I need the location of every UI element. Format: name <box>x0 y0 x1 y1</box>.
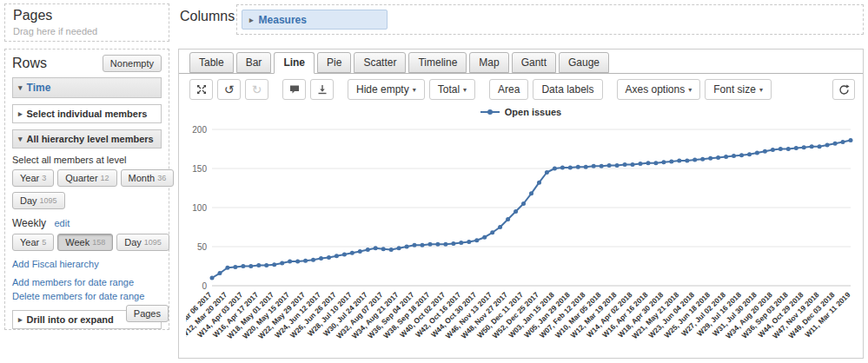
line-chart: 050100150200Mar 06 2017W12, Mar 20 2017W… <box>186 121 857 357</box>
tab-pie[interactable]: Pie <box>317 52 351 73</box>
select-all-at-level-text: Select all members at level <box>12 155 162 165</box>
fullscreen-icon <box>196 84 207 95</box>
pages-drop-hint: Drag here if needed <box>13 26 161 36</box>
refresh-button[interactable] <box>832 79 855 100</box>
legend-marker-icon <box>480 108 500 116</box>
caret-down-icon: ▾ <box>463 86 467 94</box>
add-fiscal-hierarchy-link[interactable]: Add Fiscal hierarchy <box>12 259 162 269</box>
tab-timeline[interactable]: Timeline <box>408 52 467 73</box>
redo-icon: ↻ <box>252 83 262 96</box>
download-icon <box>317 84 328 95</box>
measures-chip-label: Measures <box>259 14 307 26</box>
fullscreen-button[interactable] <box>189 79 213 100</box>
weekly-week-button[interactable]: Week 158 <box>57 234 113 251</box>
pages-button[interactable]: Pages <box>126 305 169 322</box>
level-month-button[interactable]: Month 36 <box>121 169 175 187</box>
tab-gauge[interactable]: Gauge <box>559 52 609 73</box>
comment-button[interactable] <box>282 79 306 100</box>
svg-text:100: 100 <box>192 203 207 213</box>
redo-button[interactable]: ↻ <box>245 79 268 100</box>
legend-series-label: Open issues <box>505 107 561 117</box>
caret-down-icon: ▾ <box>759 86 763 94</box>
undo-button[interactable]: ↺ <box>217 79 241 100</box>
columns-title: Columns <box>180 9 235 24</box>
area-button[interactable]: Area <box>489 79 528 100</box>
chart-panel: Table Bar Line Pie Scatter Timeline Map … <box>178 49 864 359</box>
undo-icon: ↺ <box>224 83 235 96</box>
axes-options-button[interactable]: Axes options ▾ <box>617 79 701 100</box>
weekly-day-button[interactable]: Day 1095 <box>116 234 169 251</box>
level-year-button[interactable]: Year 3 <box>12 169 54 187</box>
refresh-icon <box>838 84 850 96</box>
tab-map[interactable]: Map <box>469 52 508 73</box>
columns-dropzone: ▸ Measures <box>236 4 864 35</box>
hide-empty-button[interactable]: Hide empty ▾ <box>348 79 425 100</box>
svg-text:50: 50 <box>197 242 208 252</box>
chevron-down-icon: ▾ <box>18 135 23 143</box>
comment-icon <box>289 84 300 95</box>
chart-toolbar: ↺ ↻ Hide empty ▾ Total ▾ <box>189 79 772 100</box>
weekly-edit-link[interactable]: edit <box>54 218 70 228</box>
total-button[interactable]: Total ▾ <box>429 79 475 100</box>
export-button[interactable] <box>310 79 334 100</box>
tab-bar[interactable]: Bar <box>236 52 272 73</box>
svg-text:200: 200 <box>192 125 207 135</box>
pages-title: Pages <box>13 8 161 23</box>
chart-type-tabs: Table Bar Line Pie Scatter Timeline Map … <box>179 50 863 74</box>
font-size-button[interactable]: Font size ▾ <box>705 79 772 100</box>
chevron-down-icon: ▾ <box>18 83 23 92</box>
rows-title: Rows <box>12 56 47 71</box>
time-dimension-label: Time <box>27 82 51 94</box>
pages-panel: Pages Drag here if needed <box>4 3 169 42</box>
select-individual-members-section[interactable]: ▸ Select individual members <box>12 104 162 123</box>
data-labels-button[interactable]: Data labels <box>533 79 602 100</box>
svg-text:0: 0 <box>202 281 207 291</box>
add-members-date-range-link[interactable]: Add members for date range <box>12 277 162 287</box>
caret-down-icon: ▾ <box>413 86 416 94</box>
svg-text:150: 150 <box>192 164 207 174</box>
level-quarter-button[interactable]: Quarter 12 <box>57 169 116 187</box>
tab-table[interactable]: Table <box>189 52 234 73</box>
delete-members-date-range-link[interactable]: Delete members for date range <box>12 291 162 301</box>
rows-panel: Rows Nonempty ▾ Time ▸ Select individual… <box>4 49 169 330</box>
chart-legend[interactable]: Open issues <box>179 107 863 117</box>
time-dimension-header[interactable]: ▾ Time <box>12 77 162 98</box>
measures-chip[interactable]: ▸ Measures <box>242 10 388 30</box>
nonempty-button[interactable]: Nonempty <box>103 55 162 72</box>
all-hierarchy-members-section[interactable]: ▾ All hierarchy level members <box>12 129 162 148</box>
chevron-right-icon: ▸ <box>18 109 23 118</box>
tab-scatter[interactable]: Scatter <box>354 52 406 73</box>
tab-line[interactable]: Line <box>274 52 315 74</box>
weekly-year-button[interactable]: Year 5 <box>12 234 54 251</box>
chevron-right-icon: ▸ <box>249 16 254 24</box>
weekly-label: Weekly <box>12 217 46 229</box>
tab-gantt[interactable]: Gantt <box>512 52 556 73</box>
chevron-right-icon: ▸ <box>18 315 23 324</box>
level-day-button[interactable]: Day 1095 <box>12 192 65 209</box>
caret-down-icon: ▾ <box>688 86 692 94</box>
